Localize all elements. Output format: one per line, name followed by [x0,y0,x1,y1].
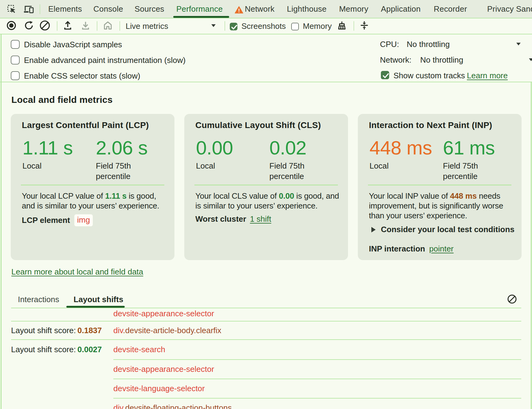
memory-label[interactable]: Memory [303,21,332,31]
inp-card-title: Interaction to Next Paint (INP) [369,120,492,130]
tab-performance-underline [173,16,229,18]
tab-recorder[interactable]: Recorder [434,0,467,18]
upload-profile-icon[interactable] [63,20,73,31]
worst-cluster-link[interactable]: 1 shift [250,214,271,224]
reload-icon[interactable] [24,21,34,30]
node-link[interactable]: devsite-appearance-selector [113,364,214,374]
lcp-local-label: Local [22,161,84,171]
tab-console[interactable]: Console [93,0,123,18]
metric-cards: Largest Contentful Paint (LCP) 1.11 s Lo… [11,114,522,260]
cls-card-title: Cumulative Layout Shift (CLS) [195,120,321,130]
performance-toolbar: Live metrics Screenshots Memory [0,18,532,34]
tab-network[interactable]: Network [245,0,275,18]
layout-shift-row: devsite-appearance-selector [11,309,521,321]
cls-description: Your local CLS value of 0.00 is good, an… [195,191,339,211]
card-divider [368,185,511,185]
tab-privacy-sandbox[interactable]: Privacy Sandbox [487,0,532,18]
inp-local-value: 448 ms [370,137,443,158]
tab-interactions[interactable]: Interactions [11,291,66,308]
screenshots-checkbox[interactable] [230,23,237,30]
lcp-local-value: 1.11 s [22,137,96,158]
garbage-collect-icon[interactable] [337,20,347,31]
network-warning-icon [235,6,243,14]
card-divider [194,185,338,185]
cpu-throttling-select[interactable]: No throttling [407,40,450,49]
card-divider [21,185,164,185]
worst-cluster-label: Worst cluster [195,214,246,224]
cls-local-label: Local [196,161,257,171]
cpu-select-caret [516,43,521,45]
devtools-window: Elements Console Sources Performance Net… [0,0,532,409]
tab-memory[interactable]: Memory [339,0,368,18]
tab-application[interactable]: Application [381,0,421,18]
local-test-conditions-disclosure[interactable]: Consider your local test conditions [371,225,514,234]
tab-sources[interactable]: Sources [135,0,164,18]
inp-card: Interaction to Next Paint (INP) 448 ms L… [358,114,522,260]
lcp-description: Your local LCP value of 1.11 s is good,a… [22,191,159,211]
network-label: Network: [380,55,412,65]
lcp-field-value: 2.06 s [96,137,169,158]
memory-checkbox[interactable] [291,23,299,30]
toolbar-separator [97,21,97,31]
screenshots-label[interactable]: Screenshots [241,21,286,31]
score-value: 0.0027 [77,345,102,354]
network-throttling-select[interactable]: No throttling [420,55,463,65]
advanced-paint-checkbox[interactable] [11,56,20,64]
cls-field-value: 0.02 [269,137,343,158]
download-profile-icon[interactable] [80,20,91,31]
score-label: Layout shift score: [11,326,76,335]
toolbar-separator [57,21,57,31]
css-selector-stats-checkbox[interactable] [11,71,20,80]
inp-interaction-link[interactable]: pointer [429,244,454,253]
lcp-field-label: Field 75th percentile [96,161,157,181]
layout-shifts-underline [66,306,125,308]
node-link[interactable]: devsite-search [113,345,165,354]
inspect-icon[interactable] [7,4,16,14]
device-toolbar-icon[interactable] [23,4,34,14]
inp-interaction-label: INP interaction [369,244,425,253]
node-link[interactable]: devsite-language-selector [113,384,205,393]
lcp-card-title: Largest Contentful Paint (LCP) [22,120,149,130]
score-value: 0.1837 [77,326,102,335]
toolbar-separator [354,21,354,31]
node-link[interactable]: div.devsite-floating-action-buttons [113,403,232,409]
clear-icon[interactable] [39,20,50,31]
tabbar-separator [40,4,40,14]
inp-field-value: 61 ms [443,137,516,158]
lcp-element-label: LCP element [22,216,70,225]
mode-select-caret [211,24,216,27]
cls-local-value: 0.00 [196,137,269,158]
lcp-element-node-chip[interactable]: img [74,214,93,226]
settings-pane: Disable JavaScript samples Enable advanc… [0,34,532,82]
score-label: Layout shift score: [11,345,76,354]
advanced-paint-label[interactable]: Enable advanced paint instrumentation (s… [24,56,186,65]
node-link[interactable]: div.devsite-article-body.clearfix [113,326,221,335]
tab-elements[interactable]: Elements [48,0,82,18]
cls-field-label: Field 75th percentile [269,161,331,181]
toolbar-separator [119,21,120,31]
network-select-caret [529,58,532,61]
tab-lighthouse[interactable]: Lighthouse [287,0,327,18]
layout-shift-row: Layout shift score: 0.0027 devsite-searc… [11,340,521,409]
affected-element: devsite-language-selector [113,379,521,398]
css-selector-stats-label[interactable]: Enable CSS selector stats (slow) [24,71,140,81]
collapse-panel-icon[interactable] [359,20,370,31]
show-custom-tracks-label[interactable]: Show custom tracks [393,71,465,80]
disable-js-samples-label[interactable]: Disable JavaScript samples [24,40,122,49]
disable-js-samples-checkbox[interactable] [11,40,20,49]
node-link[interactable]: devsite-appearance-selector [113,309,214,318]
layout-shift-row: Layout shift score: 0.1837 div.devsite-a… [11,321,521,340]
home-icon[interactable] [103,20,113,31]
layout-shifts-table: devsite-appearance-selector Layout shift… [11,309,521,409]
local-field-metrics-heading: Local and field metrics [11,95,113,105]
record-icon[interactable] [6,21,16,30]
mode-select-value[interactable]: Live metrics [126,21,168,31]
show-custom-tracks-checkbox[interactable] [381,71,389,79]
devtools-tabbar: Elements Console Sources Performance Net… [0,0,532,18]
disclosure-triangle-icon [371,227,376,232]
learn-more-field-data-link[interactable]: Learn more about local and field data [11,267,143,277]
cpu-label: CPU: [380,40,399,49]
clear-list-icon[interactable] [507,294,517,304]
custom-tracks-learn-more-link[interactable]: Learn more [467,71,508,80]
tab-performance[interactable]: Performance [176,0,223,18]
